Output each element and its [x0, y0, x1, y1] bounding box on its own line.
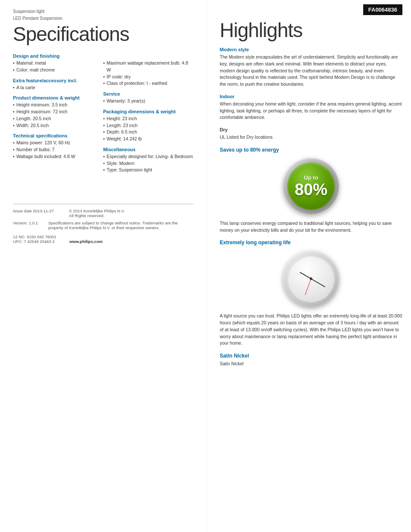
spec-item: Number of bulbs: 7: [13, 146, 103, 153]
highlight-text-life: A light source you can trust. Philips LE…: [220, 313, 402, 347]
spec-title-design: Design and finishing: [13, 53, 103, 59]
specs-left: Design and finishing Material: metal Col…: [13, 53, 103, 178]
spec-item: Mains power: 120 V, 60 Hz: [13, 140, 103, 146]
spec-title-misc: Miscellaneous: [103, 147, 194, 152]
highlight-title-life: Extremely long operating life: [220, 240, 402, 246]
highlight-saves: Saves up to 80% energy Up to 80% This la…: [220, 147, 402, 234]
spec-item: Color: matt chrome: [13, 67, 103, 74]
highlight-text-modern: The Modern style encapsulates the art of…: [220, 54, 402, 88]
spec-item: Warranty: 3 year(s): [103, 98, 194, 105]
fa-badge: FA0064836: [363, 4, 402, 15]
highlight-indoor: Indoor When decorating your home with li…: [220, 94, 402, 121]
right-column: FA0064836 Highlights Modern style The Mo…: [207, 0, 411, 532]
highlight-title-modern: Modern style: [220, 47, 402, 52]
clock-hand-second: [305, 279, 311, 295]
clock-face: [287, 255, 335, 302]
spec-item: Material: metal: [13, 60, 103, 67]
clock-center: [310, 277, 312, 280]
clock-hand-minute: [311, 279, 326, 287]
spec-item: Maximum wattage replacement bulb: 4.8 W: [103, 60, 194, 74]
spec-section-packaging: Packaging dimensions & weight Height: 23…: [103, 109, 194, 143]
product-type-line1: Suspension light: [13, 9, 193, 15]
highlight-satin: Satin Nickel Satin Nickel: [220, 353, 402, 367]
highlight-title-dry: Dry: [220, 127, 402, 132]
highlight-text-indoor: When decorating your home with light, co…: [220, 101, 402, 121]
highlight-title-saves: Saves up to 80% energy: [220, 147, 402, 153]
footer: Issue date 2013-11-27 © 2013 Koninklijke…: [13, 204, 193, 244]
issue-date-label: Issue date 2013-11-27: [13, 208, 65, 218]
copyright: © 2013 Koninklijke Philips N.V. All Righ…: [69, 208, 125, 218]
energy-badge: Up to 80%: [283, 158, 339, 214]
spec-item: Class of protection: I - earthed: [103, 80, 194, 87]
page: Suspension light LED Pendant Suspension …: [0, 0, 411, 532]
footer-bottom-left: 12 NC: 9150 042 76001 UPC: 7 42546 20463…: [13, 234, 56, 244]
specs-two-col: Design and finishing Material: metal Col…: [13, 53, 193, 178]
website-link[interactable]: www.philips.com: [69, 239, 103, 244]
energy-badge-inner: Up to 80%: [287, 162, 335, 210]
spec-section-extra: Extra feature/accessory incl. A la carte: [13, 78, 103, 91]
highlight-life: Extremely long operating life A light so…: [220, 240, 402, 347]
spec-section-dimensions: Product dimensions & weight Height minim…: [13, 95, 103, 129]
spec-item: Height maximum: 72 inch: [13, 109, 103, 115]
version-label: Version: 1.0.1: [13, 221, 44, 230]
spec-item: Wattage bulb included: 4.8 W: [13, 153, 103, 160]
spec-title-tech: Technical specifications: [13, 133, 103, 138]
spec-item: Especially designed for: Living- & Bedro…: [103, 153, 194, 160]
highlight-dry: Dry UL Listed for Dry locations: [220, 127, 402, 141]
upc-code: UPC: 7 42546 20463 3: [13, 239, 56, 244]
clock-graphic: [283, 251, 339, 307]
spec-notice: Specifications are subject to change wit…: [48, 221, 193, 230]
highlight-title-satin: Satin Nickel: [220, 353, 402, 359]
spec-section-service: Service Warranty: 3 year(s): [103, 91, 194, 105]
spec-item: Weight: 14.242 lb: [103, 136, 194, 143]
page-title: Specifications: [13, 22, 193, 46]
spec-item: Depth: 6.5 inch: [103, 129, 194, 136]
spec-title-dimensions: Product dimensions & weight: [13, 95, 103, 100]
energy-percent: 80%: [295, 181, 327, 198]
spec-title-service: Service: [103, 91, 194, 96]
spec-item: IP code: dry: [103, 74, 194, 81]
nc-code: 12 NC: 9150 042 76001: [13, 234, 56, 239]
spec-section-tech: Technical specifications Mains power: 12…: [13, 133, 103, 160]
highlight-title-indoor: Indoor: [220, 94, 402, 99]
spec-item: Style: Modern: [103, 160, 194, 167]
left-column: Suspension light LED Pendant Suspension …: [0, 0, 207, 532]
spec-item: A la carte: [13, 84, 103, 91]
highlight-modern: Modern style The Modern style encapsulat…: [220, 47, 402, 88]
energy-badge-container: Up to 80%: [220, 158, 402, 214]
spec-title-packaging: Packaging dimensions & weight: [103, 109, 194, 114]
spec-item: Length: 20.5 inch: [13, 115, 103, 122]
spec-item: Height minimum: 3.5 inch: [13, 102, 103, 109]
spec-section-electrical: spacer Maximum wattage replacement bulb:…: [103, 53, 194, 87]
spec-item: Type: Suspension light: [103, 167, 194, 174]
spec-title-extra: Extra feature/accessory incl.: [13, 78, 103, 83]
specs-right: spacer Maximum wattage replacement bulb:…: [103, 53, 194, 178]
highlight-text-saves: This lamp conserves energy compared to t…: [220, 220, 402, 234]
spec-section-design: Design and finishing Material: metal Col…: [13, 53, 103, 74]
spec-item: Length: 23 inch: [103, 122, 194, 129]
highlight-text-dry: UL Listed for Dry locations: [220, 134, 402, 141]
spec-section-misc: Miscellaneous Especially designed for: L…: [103, 147, 194, 174]
product-type: Suspension light LED Pendant Suspension: [13, 9, 193, 22]
copyright-line2: All Rights reserved.: [69, 213, 125, 218]
highlights-title: Highlights: [220, 19, 402, 42]
highlight-text-satin: Satin Nickel: [220, 361, 402, 367]
product-type-line2: LED Pendant Suspension: [13, 16, 193, 22]
spec-item: Height: 23 inch: [103, 115, 194, 122]
copyright-line1: © 2013 Koninklijke Philips N.V.: [69, 208, 125, 213]
clock-container: [220, 251, 402, 307]
spec-item: Width: 20.5 inch: [13, 122, 103, 129]
